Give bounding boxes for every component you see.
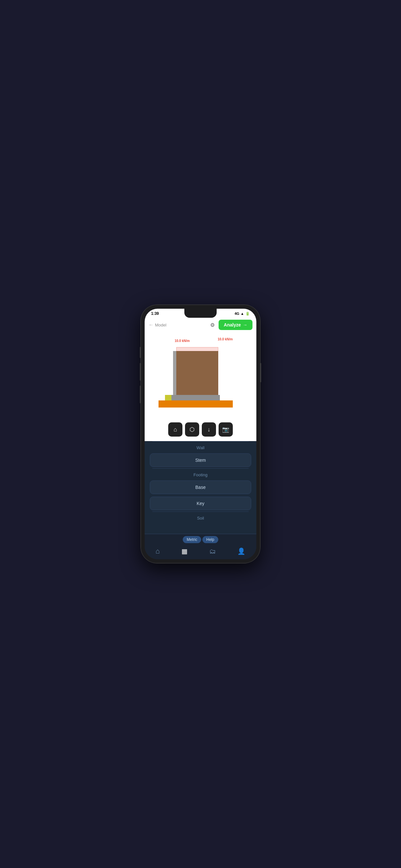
- model-canvas: 10.0 kN/m 10.0 kN/m: [165, 347, 236, 408]
- base-gray: [172, 395, 220, 401]
- model-viewer: 10.0 kN/m 10.0 kN/m: [145, 333, 256, 420]
- load-label-right: 10.0 kN/m: [218, 337, 233, 341]
- side-button-left1: [140, 347, 141, 358]
- stem-button[interactable]: Stem: [150, 454, 251, 467]
- download-icon: ↓: [208, 426, 211, 433]
- side-button-right: [260, 363, 261, 382]
- bottom-bar: Metric Help ⌂ ▦ 🗂 👤: [145, 534, 256, 559]
- soil-section-label: Soil: [150, 512, 251, 523]
- base-button[interactable]: Base: [150, 480, 251, 494]
- battery-icon: 🔋: [245, 312, 250, 316]
- signal-bars-icon: ▲: [241, 312, 244, 315]
- phone-inner: 1:39 4G ▲ 🔋 ← Model ⚙ Analyze →: [145, 309, 256, 559]
- back-arrow-icon: ←: [149, 322, 154, 328]
- back-button[interactable]: ← Model: [149, 322, 166, 328]
- screenshot-button[interactable]: 📷: [219, 423, 233, 437]
- 3d-view-button[interactable]: ⬡: [185, 423, 199, 437]
- camera-icon: 📷: [222, 426, 229, 433]
- nav-home-icon: ⌂: [156, 547, 160, 555]
- home-view-button[interactable]: ⌂: [168, 423, 182, 437]
- signal-label: 4G: [235, 312, 239, 315]
- home-view-icon: ⌂: [174, 426, 177, 433]
- settings-icon: ⚙: [210, 322, 215, 328]
- load-label-left: 10.0 kN/m: [175, 339, 190, 343]
- bottom-pills: Metric Help: [145, 534, 256, 545]
- menu-panel: Wall Stem Footing Base Key Soil: [145, 441, 256, 534]
- model-breadcrumb: Model: [155, 322, 166, 328]
- nav-profile-button[interactable]: 👤: [237, 547, 245, 555]
- main-wall: [176, 351, 218, 396]
- analyze-button[interactable]: Analyze →: [219, 320, 252, 330]
- notch: [184, 309, 217, 318]
- nav-home-button[interactable]: ⌂: [156, 547, 160, 555]
- footing-section-label: Footing: [150, 469, 251, 479]
- side-button-left2: [140, 363, 141, 381]
- help-pill[interactable]: Help: [203, 536, 218, 543]
- nav-calculator-button[interactable]: ▦: [181, 547, 188, 555]
- nav-folder-icon: 🗂: [209, 548, 216, 555]
- nav-calculator-icon: ▦: [181, 547, 188, 555]
- wall-section-label: Wall: [150, 441, 251, 452]
- toolbar: ← Model ⚙ Analyze →: [145, 317, 256, 333]
- settings-button[interactable]: ⚙: [209, 321, 216, 330]
- nav-profile-icon: 👤: [237, 547, 245, 555]
- side-button-left3: [140, 385, 141, 403]
- key-button[interactable]: Key: [150, 497, 251, 510]
- analyze-arrow-icon: →: [243, 322, 247, 328]
- download-button[interactable]: ↓: [202, 423, 216, 437]
- model-actions: ⌂ ⬡ ↓ 📷: [145, 420, 256, 441]
- phone-frame: 1:39 4G ▲ 🔋 ← Model ⚙ Analyze →: [141, 305, 260, 563]
- cube-icon: ⬡: [189, 426, 195, 433]
- ground-orange: [158, 400, 233, 407]
- status-time: 1:39: [151, 311, 159, 316]
- metric-pill[interactable]: Metric: [183, 536, 201, 543]
- bottom-nav: ⌂ ▦ 🗂 👤: [145, 545, 256, 559]
- analyze-label: Analyze: [224, 322, 241, 328]
- nav-folder-button[interactable]: 🗂: [209, 548, 216, 555]
- status-icons: 4G ▲ 🔋: [235, 312, 250, 316]
